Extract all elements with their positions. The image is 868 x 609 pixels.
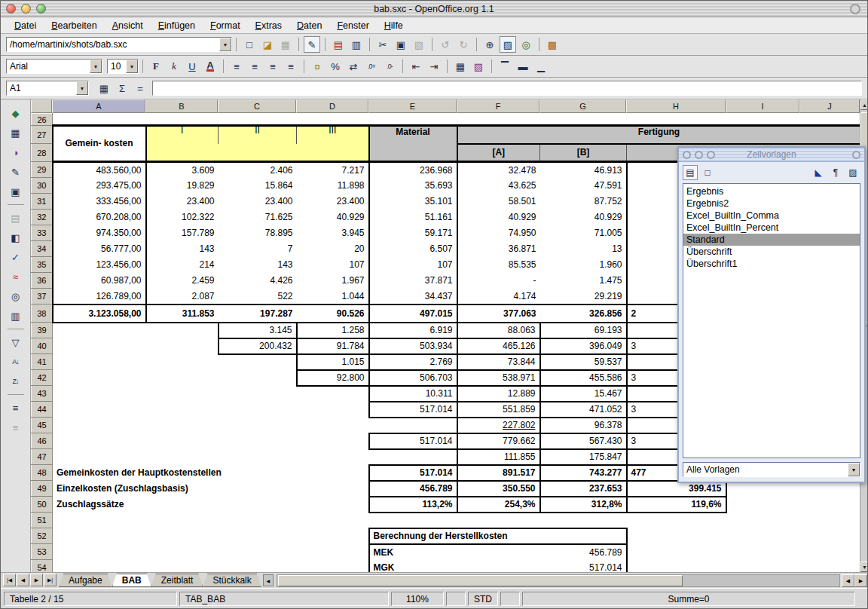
cell-E29[interactable]: 236.968 <box>369 162 457 178</box>
sort-ascending-icon[interactable]: A↓ <box>7 353 25 371</box>
cell-B33[interactable]: 157.789 <box>146 225 219 241</box>
draw-functions-icon[interactable]: ✎ <box>7 163 25 181</box>
menu-einfügen[interactable]: Einfügen <box>151 19 203 32</box>
autospellcheck-icon[interactable]: ≈ <box>7 268 25 286</box>
cell-G29[interactable]: 46.913 <box>540 162 627 178</box>
cell-G31[interactable]: 87.752 <box>540 194 627 210</box>
font-size-field[interactable]: 10 <box>108 60 126 73</box>
cell-G54[interactable]: 517.014 <box>540 560 627 573</box>
status-blank-2[interactable] <box>500 592 520 606</box>
cell-G46[interactable]: 567.430 <box>540 433 627 449</box>
cell-H50[interactable]: 119,6% <box>627 497 726 513</box>
cell-B46[interactable] <box>146 433 219 449</box>
cell-A51[interactable] <box>53 513 146 528</box>
cell-B40[interactable] <box>146 338 219 354</box>
cell-E26[interactable] <box>369 114 457 126</box>
cell-G51[interactable] <box>540 513 627 528</box>
cell-G48[interactable]: 743.277 <box>540 465 627 481</box>
menu-format[interactable]: Format <box>203 19 248 32</box>
cell-C28[interactable] <box>219 144 297 162</box>
cell-D41[interactable]: 1.015 <box>297 354 369 370</box>
status-sheet-indicator[interactable]: Tabelle 2 / 15 <box>4 592 177 606</box>
cell-B52[interactable] <box>146 528 219 544</box>
cell-G53[interactable]: 456.789 <box>540 544 627 560</box>
cell-E41[interactable]: 2.769 <box>369 354 457 370</box>
cell-C42[interactable] <box>219 370 297 386</box>
cell-G33[interactable]: 71.005 <box>540 225 627 241</box>
row-header-27[interactable]: 27 <box>32 126 53 144</box>
cell-G36[interactable]: 1.475 <box>540 273 627 289</box>
decrease-indent-icon[interactable]: ⇤ <box>408 58 424 75</box>
cell-C34[interactable]: 7 <box>219 241 297 257</box>
cell-F37[interactable]: 4.174 <box>457 289 540 304</box>
cell-A46[interactable] <box>53 433 146 449</box>
autofilter-icon[interactable]: ▽ <box>7 333 25 351</box>
cell-F53[interactable] <box>457 544 540 560</box>
cell-A43[interactable] <box>53 386 146 402</box>
row-header-40[interactable]: 40 <box>32 338 53 354</box>
style-item-überschrift[interactable]: Überschrift <box>683 246 860 258</box>
cell-F42[interactable]: 538.971 <box>457 370 540 386</box>
row-header-33[interactable]: 33 <box>32 225 53 241</box>
insert-object-icon[interactable]: ◑ <box>7 143 25 161</box>
menu-fenster[interactable]: Fenster <box>329 19 376 32</box>
cell-C39[interactable]: 3.145 <box>219 323 297 338</box>
background-color-icon[interactable]: ▨ <box>470 58 487 75</box>
underline-icon[interactable]: U <box>184 58 200 75</box>
row-header-34[interactable]: 34 <box>32 241 53 257</box>
row-header-31[interactable]: 31 <box>32 194 53 210</box>
row-header-48[interactable]: 48 <box>32 465 53 481</box>
cell-A37[interactable]: 126.789,00 <box>53 289 146 304</box>
paste-icon[interactable]: ▧ <box>411 36 427 53</box>
status-zoom-level[interactable]: 110% <box>391 592 444 606</box>
new-document-icon[interactable]: □ <box>241 36 258 53</box>
column-header-E[interactable]: E <box>368 99 457 113</box>
open-icon[interactable]: ◪ <box>259 36 276 53</box>
row-header-35[interactable]: 35 <box>32 257 53 273</box>
style-filter-value[interactable]: Alle Vorlagen <box>683 463 848 476</box>
cell-F50[interactable]: 254,3% <box>457 497 540 513</box>
column-header-H[interactable]: H <box>626 99 726 113</box>
cell-F47[interactable]: 111.855 <box>457 449 540 465</box>
menu-datei[interactable]: Datei <box>7 19 44 32</box>
cell-A36[interactable]: 60.987,00 <box>53 273 146 289</box>
cell-C45[interactable] <box>219 418 297 433</box>
cell-C44[interactable] <box>219 402 297 418</box>
row-header-37[interactable]: 37 <box>32 289 53 304</box>
panel-title-bar[interactable]: Zellvorlagen <box>679 148 864 162</box>
style-item-standard[interactable]: Standard <box>683 234 860 246</box>
cell-G49[interactable]: 237.653 <box>540 481 627 497</box>
cell-D35[interactable]: 107 <box>297 257 369 273</box>
cell-E32[interactable]: 51.161 <box>369 210 457 225</box>
row-header-28[interactable]: 28 <box>32 144 53 162</box>
column-header-D[interactable]: D <box>296 99 368 113</box>
cell-D47[interactable] <box>297 449 369 465</box>
row-header-50[interactable]: 50 <box>32 497 53 513</box>
cell-A26[interactable] <box>53 114 146 126</box>
cell-A39[interactable] <box>53 323 146 338</box>
redo-icon[interactable]: ↻ <box>455 36 472 53</box>
cell-J53[interactable] <box>800 544 860 560</box>
cell-G32[interactable]: 40.929 <box>540 210 627 225</box>
cell-G42[interactable]: 455.586 <box>540 370 627 386</box>
cell-B32[interactable]: 102.322 <box>146 210 219 225</box>
data-sources-icon[interactable]: ▥ <box>7 307 25 325</box>
cell-E42[interactable]: 506.703 <box>369 370 457 386</box>
cell-A42[interactable] <box>53 370 146 386</box>
cell-C29[interactable]: 2.406 <box>219 162 297 178</box>
cell-B47[interactable] <box>146 449 219 465</box>
cell-D31[interactable]: 23.400 <box>297 194 369 210</box>
cell-G43[interactable]: 15.467 <box>540 386 627 402</box>
edit-mode-icon[interactable]: ✎ <box>304 36 320 53</box>
cell-D37[interactable]: 1.044 <box>297 289 369 304</box>
cell-F54[interactable] <box>457 560 540 573</box>
cell-F28[interactable]: [A] <box>457 144 540 162</box>
cell-A49[interactable]: Einzelkosten (Zuschlagsbasis) <box>53 481 369 497</box>
equals-icon[interactable]: = <box>132 80 148 96</box>
spellcheck-icon[interactable]: ✓ <box>7 248 25 266</box>
cell-F38[interactable]: 377.063 <box>457 304 540 323</box>
cell-B43[interactable] <box>146 386 219 402</box>
cell-F29[interactable]: 32.478 <box>457 162 540 178</box>
cell-reference-field[interactable]: A1 <box>7 81 76 95</box>
cell-G41[interactable]: 59.537 <box>540 354 627 370</box>
